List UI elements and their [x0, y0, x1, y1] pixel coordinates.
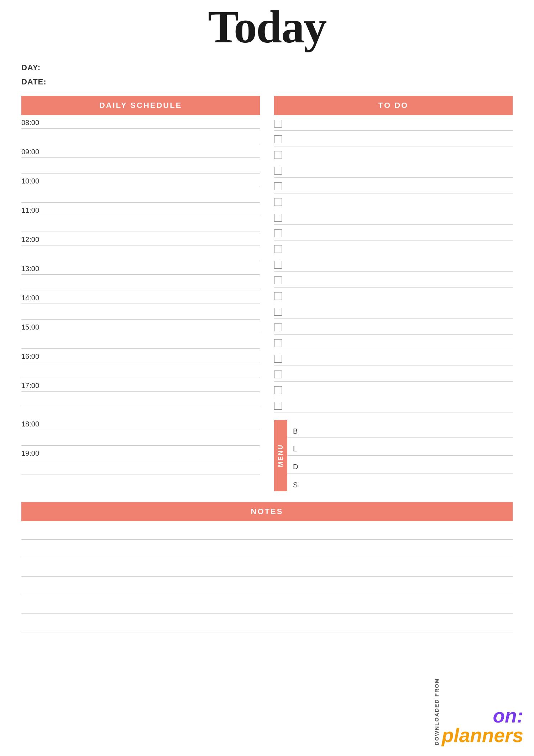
todo-checkbox[interactable]: [274, 245, 282, 253]
menu-letter-b: B: [293, 427, 304, 435]
todo-item[interactable]: [274, 162, 513, 178]
todo-item[interactable]: [274, 303, 513, 319]
todo-item[interactable]: [274, 319, 513, 335]
note-line[interactable]: [21, 577, 513, 595]
header: Today DAY: DATE:: [21, 14, 513, 89]
note-line[interactable]: [21, 614, 513, 632]
time-1900: 19:00: [21, 449, 50, 457]
note-line[interactable]: [21, 595, 513, 614]
todo-checkbox[interactable]: [274, 120, 282, 128]
todo-checkbox[interactable]: [274, 214, 282, 222]
todo-checkbox[interactable]: [274, 135, 282, 143]
note-line[interactable]: [21, 521, 513, 540]
todo-item[interactable]: [274, 288, 513, 303]
notes-section: NOTES: [21, 502, 513, 632]
time-1800: 18:00: [21, 420, 50, 428]
todo-item[interactable]: [274, 350, 513, 366]
branding-watermark: DOWNLOADED FROM on: planners: [433, 678, 523, 745]
time-1400: 14:00: [21, 294, 50, 302]
todo-col: TO DO: [274, 96, 513, 491]
menu-letter-s: S: [293, 481, 304, 489]
menu-item-s[interactable]: S: [287, 473, 513, 491]
schedule-blank[interactable]: [21, 158, 260, 174]
todo-checkbox[interactable]: [274, 323, 282, 331]
note-line[interactable]: [21, 558, 513, 577]
schedule-slot-1100: 11:00: [21, 203, 260, 232]
daily-schedule-col: DAILY SCHEDULE 08:00 09:00: [21, 96, 260, 491]
todo-item[interactable]: [274, 397, 513, 413]
menu-label: MENU: [274, 420, 287, 491]
todo-checkbox[interactable]: [274, 386, 282, 394]
schedule-blank[interactable]: [21, 129, 260, 144]
time-0900: 09:00: [21, 148, 50, 156]
todo-checkbox[interactable]: [274, 402, 282, 410]
schedule-slot-1000: 10:00: [21, 174, 260, 203]
time-1600: 16:00: [21, 352, 50, 361]
todo-item[interactable]: [274, 131, 513, 146]
schedule-blank[interactable]: [21, 362, 260, 378]
time-1700: 17:00: [21, 382, 50, 390]
schedule-slot-1800: 18:00: [21, 416, 260, 446]
notes-lines: [21, 521, 513, 632]
schedule-slot-1400: 14:00: [21, 290, 260, 320]
todo-item[interactable]: [274, 146, 513, 162]
todo-item[interactable]: [274, 335, 513, 350]
page-title: Today: [208, 4, 326, 50]
todo-item[interactable]: [274, 178, 513, 193]
note-line[interactable]: [21, 540, 513, 558]
schedule-slot-0800: 08:00: [21, 115, 260, 144]
downloaded-text: DOWNLOADED FROM: [433, 678, 440, 745]
todo-item[interactable]: [274, 240, 513, 256]
time-0800: 08:00: [21, 119, 50, 127]
todo-checkbox[interactable]: [274, 339, 282, 347]
schedule-blank[interactable]: [21, 333, 260, 349]
todo-item[interactable]: [274, 366, 513, 382]
todo-item[interactable]: [274, 193, 513, 209]
menu-item-b[interactable]: B: [287, 420, 513, 438]
menu-letter-d: D: [293, 463, 304, 471]
todo-list: [274, 115, 513, 413]
brand-name: planners: [442, 726, 523, 745]
time-1100: 11:00: [21, 206, 50, 214]
day-date: DAY: DATE:: [21, 61, 47, 89]
todo-item[interactable]: [274, 115, 513, 131]
todo-item[interactable]: [274, 272, 513, 288]
todo-checkbox[interactable]: [274, 151, 282, 159]
time-1500: 15:00: [21, 323, 50, 331]
schedule-blank[interactable]: [21, 216, 260, 232]
todo-checkbox[interactable]: [274, 371, 282, 378]
todo-checkbox[interactable]: [274, 182, 282, 190]
menu-items: B L D S: [287, 420, 513, 491]
todo-checkbox[interactable]: [274, 229, 282, 237]
todo-checkbox[interactable]: [274, 308, 282, 316]
schedule-list: 08:00 09:00 10:00: [21, 115, 260, 475]
schedule-slot-1600: 16:00: [21, 349, 260, 378]
schedule-slot-0900: 09:00: [21, 144, 260, 174]
time-1200: 12:00: [21, 235, 50, 244]
todo-item[interactable]: [274, 225, 513, 240]
menu-letter-l: L: [293, 445, 304, 453]
schedule-blank[interactable]: [21, 304, 260, 320]
todo-checkbox[interactable]: [274, 276, 282, 284]
todo-checkbox[interactable]: [274, 355, 282, 363]
menu-item-l[interactable]: L: [287, 438, 513, 456]
schedule-blank[interactable]: [21, 187, 260, 203]
schedule-blank[interactable]: [21, 392, 260, 407]
todo-item[interactable]: [274, 256, 513, 272]
menu-item-d[interactable]: D: [287, 456, 513, 473]
page: Today DAY: DATE: DAILY SCHEDULE 08:00: [0, 0, 534, 756]
todo-checkbox[interactable]: [274, 167, 282, 175]
schedule-blank[interactable]: [21, 430, 260, 446]
schedule-slot-1500: 15:00: [21, 320, 260, 349]
todo-checkbox[interactable]: [274, 292, 282, 300]
daily-schedule-header: DAILY SCHEDULE: [21, 96, 260, 115]
schedule-blank[interactable]: [21, 245, 260, 261]
schedule-slot-1700: 17:00: [21, 378, 260, 407]
schedule-blank[interactable]: [21, 275, 260, 290]
todo-checkbox[interactable]: [274, 261, 282, 269]
todo-item[interactable]: [274, 209, 513, 225]
menu-section: MENU B L D S: [274, 420, 513, 491]
schedule-blank[interactable]: [21, 459, 260, 475]
todo-item[interactable]: [274, 382, 513, 397]
todo-checkbox[interactable]: [274, 198, 282, 206]
